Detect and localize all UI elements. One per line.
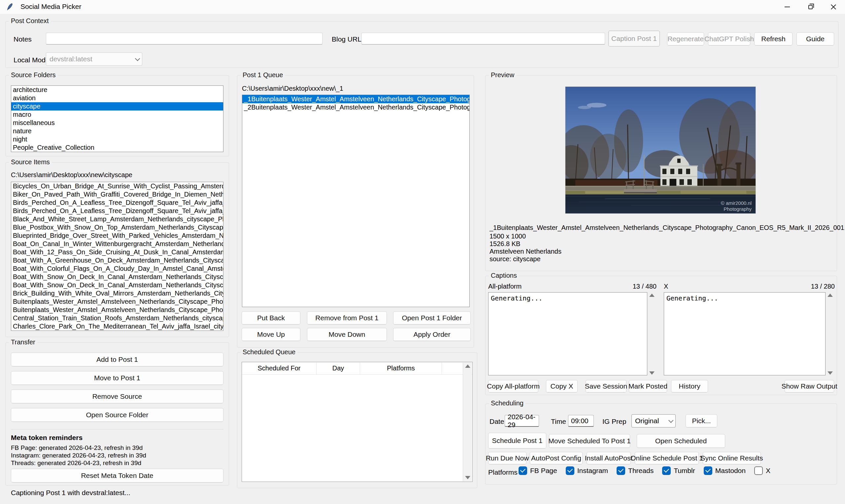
scroll-up-icon[interactable]	[465, 364, 470, 368]
platform-instagram[interactable]: Instagram	[566, 466, 608, 475]
checkbox-unchecked-icon[interactable]	[754, 466, 763, 475]
move-to-post1-button[interactable]: Move to Post 1	[11, 371, 224, 385]
source-item[interactable]: Charles_Clore_Park_On_The_Mediterranean_…	[11, 322, 223, 330]
all-platform-scrollbar[interactable]	[649, 292, 655, 376]
x-scrollbar[interactable]	[827, 292, 833, 376]
source-item[interactable]: Boat_On_Canal_In_Winter_Wittenburgergrac…	[11, 240, 223, 248]
move-up-button[interactable]: Move Up	[242, 328, 300, 341]
maximize-button[interactable]	[799, 0, 822, 14]
source-item[interactable]: Central_Station_Train_Station_Roofs_Amst…	[11, 314, 223, 322]
folder-item-selected[interactable]: cityscape	[11, 102, 223, 110]
platform-tumblr[interactable]: Tumblr	[662, 466, 695, 475]
guide-button[interactable]: Guide	[796, 32, 834, 46]
local-model-dropdown[interactable]: devstral:latest	[46, 52, 142, 66]
time-input[interactable]: 09:00	[568, 415, 594, 427]
checkbox-checked-icon[interactable]	[566, 466, 574, 475]
source-item[interactable]: Boat_With_Colorful_Flags_On_A_Cloudy_Day…	[11, 265, 223, 273]
source-item[interactable]: Boat_With_12_Pass_On_Side_Cruising_At_Du…	[11, 248, 223, 256]
source-folders-list[interactable]: architecture aviation cityscape macro mi…	[11, 86, 224, 152]
folder-item[interactable]: macro	[11, 110, 223, 119]
source-item[interactable]: Black_And_White_Street_Lamp_Amsterdam_Ne…	[11, 215, 223, 223]
source-item[interactable]: Boat_With_Snow_On_Deck_In_Canal_Amsterda…	[11, 273, 223, 281]
x-textarea[interactable]: Generating...	[664, 292, 826, 375]
copy-all-platform-button[interactable]: Copy All-platform	[488, 380, 538, 393]
close-button[interactable]	[822, 0, 845, 14]
caption-post-1-button[interactable]: Caption Post 1	[608, 31, 660, 47]
queue-item-selected[interactable]: _1Buitenplaats_Wester_Amstel_Amstelveen_…	[242, 95, 469, 103]
schedule-post1-button[interactable]: Schedule Post 1	[488, 433, 546, 449]
open-source-folder-button[interactable]: Open Source Folder	[11, 408, 224, 422]
column-platforms[interactable]: Platforms	[360, 362, 442, 374]
history-button[interactable]: History	[671, 380, 708, 393]
blog-url-input[interactable]	[362, 33, 605, 44]
checkbox-checked-icon[interactable]	[662, 466, 671, 475]
platform-threads[interactable]: Threads	[617, 466, 654, 475]
scroll-down-icon[interactable]	[465, 476, 470, 479]
apply-order-button[interactable]: Apply Order	[393, 328, 471, 341]
refresh-button[interactable]: Refresh	[754, 32, 793, 46]
source-item[interactable]: Blueprinted_Bridge_Over_Street_With_Park…	[11, 232, 223, 240]
source-items-list[interactable]: Bicycles_On_Urban_Bridge_At_Sunrise_With…	[11, 182, 224, 331]
column-day[interactable]: Day	[317, 362, 360, 374]
checkbox-checked-icon[interactable]	[518, 466, 527, 475]
source-item[interactable]: Birds_Perched_On_A_Leafless_Tree_Dizengo…	[11, 199, 223, 207]
save-session-button[interactable]: Save Session	[585, 380, 627, 393]
open-scheduled-button[interactable]: Open Scheduled	[637, 434, 725, 448]
chatgpt-polish-button[interactable]: ChatGPT Polish	[708, 32, 750, 46]
platform-x[interactable]: X	[754, 466, 770, 475]
add-to-post1-button[interactable]: Add to Post 1	[11, 353, 224, 366]
folder-item[interactable]: aviation	[11, 94, 223, 102]
scheduled-queue-table[interactable]: Scheduled For Day Platforms St	[242, 362, 473, 482]
source-item[interactable]: Blue_Postbox_With_Snow_On_Top_Amsterdam_…	[11, 223, 223, 232]
regenerate-button[interactable]: Regenerate	[667, 32, 704, 46]
show-raw-output-button[interactable]: Show Raw Output	[785, 380, 834, 393]
source-item[interactable]: Boat_With_Snow_On_Deck_In_Canal_Amsterda…	[11, 281, 223, 289]
reset-meta-token-button[interactable]: Reset Meta Token Date	[11, 469, 224, 483]
run-due-now-button[interactable]: Run Due Now	[488, 452, 527, 464]
mark-posted-button[interactable]: Mark Posted	[629, 380, 667, 393]
ig-prep-dropdown[interactable]: Original	[631, 414, 676, 428]
online-schedule-post1-button[interactable]: Online Schedule Post 1	[635, 452, 699, 464]
date-input[interactable]: 2026-04-29	[505, 415, 539, 427]
autopost-config-button[interactable]: AutoPost Config	[530, 452, 583, 464]
source-item[interactable]: Buitenplaats_Wester_Amstel_Amstelveen_Ne…	[11, 306, 223, 314]
folder-item[interactable]: People_Creative_Collection	[11, 143, 223, 152]
open-post1-folder-button[interactable]: Open Post 1 Folder	[393, 311, 471, 325]
checkbox-checked-icon[interactable]	[704, 466, 712, 475]
copy-x-button[interactable]: Copy X	[546, 380, 578, 393]
all-platform-textarea[interactable]: Generating...	[488, 292, 647, 375]
folder-item[interactable]: nature	[11, 127, 223, 135]
source-item[interactable]: Biker_On_Paved_Path_With_Graffiti_Covere…	[11, 190, 223, 199]
install-autopost-button[interactable]: Install AutoPost	[586, 452, 631, 464]
scheduled-queue-scrollbar[interactable]	[463, 362, 472, 481]
scroll-down-icon[interactable]	[649, 372, 654, 375]
folder-item[interactable]: architecture	[11, 86, 223, 94]
platform-fb-page[interactable]: FB Page	[518, 466, 557, 475]
column-scheduled-for[interactable]: Scheduled For	[242, 362, 317, 374]
scroll-up-icon[interactable]	[828, 293, 833, 297]
folder-item[interactable]: miscellaneous	[11, 119, 223, 127]
checkbox-checked-icon[interactable]	[617, 466, 625, 475]
pick-button[interactable]: Pick...	[686, 414, 717, 428]
platform-mastodon[interactable]: Mastodon	[704, 466, 746, 475]
put-back-button[interactable]: Put Back	[242, 311, 300, 325]
post1-queue-list[interactable]: _1Buitenplaats_Wester_Amstel_Amstelveen_…	[242, 95, 470, 307]
source-item[interactable]: Buitenplaats_Wester_Amstel_Amstelveen_Ne…	[11, 298, 223, 306]
source-item[interactable]: Brick_Building_With_White_Oval_Mirrors_A…	[11, 289, 223, 298]
move-down-button[interactable]: Move Down	[307, 328, 387, 341]
minimize-button[interactable]	[776, 0, 799, 14]
platforms-row: FB Page Instagram Threads Tumblr Mastodo…	[518, 466, 770, 475]
queue-item[interactable]: _2Buitenplaats_Wester_Amstel_Amstelveen_…	[242, 103, 469, 111]
move-scheduled-to-post1-button[interactable]: Move Scheduled To Post 1	[549, 434, 630, 448]
sync-online-results-button[interactable]: Sync Online Results	[703, 452, 761, 464]
remove-from-post1-button[interactable]: Remove from Post 1	[307, 311, 387, 325]
remove-source-button[interactable]: Remove Source	[11, 390, 224, 403]
notes-input[interactable]	[46, 33, 322, 44]
source-item[interactable]: Bicycles_On_Urban_Bridge_At_Sunrise_With…	[11, 182, 223, 190]
scroll-up-icon[interactable]	[649, 293, 654, 297]
scroll-down-icon[interactable]	[828, 372, 833, 375]
folder-item[interactable]: night	[11, 135, 223, 143]
notes-label: Notes	[14, 35, 32, 43]
source-item[interactable]: Birds_Perched_On_A_Leafless_Tree_Dizengo…	[11, 207, 223, 215]
source-item[interactable]: Boat_With_A_Greenhouse_On_Deck_Amsterdam…	[11, 256, 223, 265]
